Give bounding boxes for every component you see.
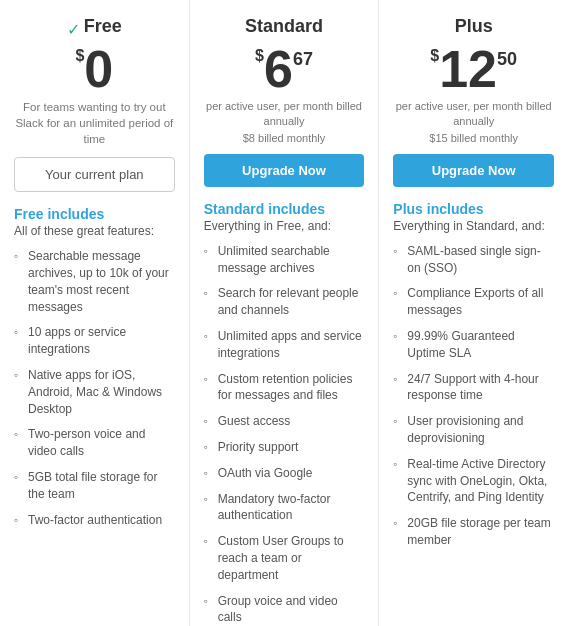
- feature-list-plus: SAML-based single sign-on (SSO)Complianc…: [393, 243, 554, 549]
- current-plan-button[interactable]: Your current plan: [14, 157, 175, 192]
- price-row: $ 0: [14, 43, 175, 95]
- price-cents: 67: [293, 49, 313, 70]
- feature-item: Two-factor authentication: [14, 512, 175, 529]
- upgrade-button-plus[interactable]: Upgrade Now: [393, 154, 554, 187]
- price-dollar: $: [430, 47, 439, 65]
- feature-item: 5GB total file storage for the team: [14, 469, 175, 503]
- price-row: $ 6 67: [204, 43, 365, 95]
- plan-desc: For teams wanting to try out Slack for a…: [14, 99, 175, 147]
- upgrade-button-standard[interactable]: Upgrade Now: [204, 154, 365, 187]
- includes-title: Free includes: [14, 206, 175, 222]
- feature-item: Native apps for iOS, Android, Mac & Wind…: [14, 367, 175, 417]
- plan-free: ✓ Free $ 0 For teams wanting to try out …: [0, 0, 190, 626]
- feature-item: Two-person voice and video calls: [14, 426, 175, 460]
- price-dollar: $: [255, 47, 264, 65]
- feature-item: Compliance Exports of all messages: [393, 285, 554, 319]
- plan-name: Plus: [393, 16, 554, 37]
- price-monthly: $8 billed monthly: [204, 132, 365, 144]
- feature-item: 24/7 Support with 4-hour response time: [393, 371, 554, 405]
- check-icon: ✓: [67, 20, 80, 39]
- feature-item: Real-time Active Directory sync with One…: [393, 456, 554, 506]
- feature-item: Priority support: [204, 439, 365, 456]
- feature-item: Search for relevant people and channels: [204, 285, 365, 319]
- feature-item: OAuth via Google: [204, 465, 365, 482]
- feature-item: Custom User Groups to reach a team or de…: [204, 533, 365, 583]
- feature-item: Unlimited apps and service integrations: [204, 328, 365, 362]
- plan-name: Free: [84, 16, 122, 37]
- feature-item: Unlimited searchable message archives: [204, 243, 365, 277]
- feature-item: User provisioning and deprovisioning: [393, 413, 554, 447]
- plan-standard: Standard $ 6 67 per active user, per mon…: [190, 0, 380, 626]
- plan-header-free: ✓ Free $ 0 For teams wanting to try out …: [14, 16, 175, 147]
- feature-item: Searchable message archives, up to 10k o…: [14, 248, 175, 315]
- includes-subtitle: All of these great features:: [14, 224, 175, 238]
- feature-item: Mandatory two-factor authentication: [204, 491, 365, 525]
- includes-title: Standard includes: [204, 201, 365, 217]
- plan-name-row-free: ✓ Free: [14, 16, 175, 43]
- plan-desc: per active user, per month billed annual…: [393, 99, 554, 130]
- feature-list-standard: Unlimited searchable message archivesSea…: [204, 243, 365, 626]
- plan-desc: per active user, per month billed annual…: [204, 99, 365, 130]
- feature-item: Group voice and video calls: [204, 593, 365, 626]
- feature-item: 99.99% Guaranteed Uptime SLA: [393, 328, 554, 362]
- feature-item: 10 apps or service integrations: [14, 324, 175, 358]
- plan-plus: Plus $ 12 50 per active user, per month …: [379, 0, 568, 626]
- plan-name: Standard: [204, 16, 365, 37]
- includes-subtitle: Everything in Free, and:: [204, 219, 365, 233]
- price-main: 6: [264, 43, 293, 95]
- feature-list-free: Searchable message archives, up to 10k o…: [14, 248, 175, 528]
- feature-item: Custom retention policies for messages a…: [204, 371, 365, 405]
- price-monthly: $15 billed monthly: [393, 132, 554, 144]
- feature-item: SAML-based single sign-on (SSO): [393, 243, 554, 277]
- price-main: 12: [439, 43, 497, 95]
- price-cents: 50: [497, 49, 517, 70]
- includes-title: Plus includes: [393, 201, 554, 217]
- includes-subtitle: Everything in Standard, and:: [393, 219, 554, 233]
- price-main: 0: [84, 43, 113, 95]
- plan-header-standard: Standard $ 6 67 per active user, per mon…: [204, 16, 365, 144]
- price-dollar: $: [75, 47, 84, 65]
- feature-item: 20GB file storage per team member: [393, 515, 554, 549]
- feature-item: Guest access: [204, 413, 365, 430]
- plan-header-plus: Plus $ 12 50 per active user, per month …: [393, 16, 554, 144]
- price-row: $ 12 50: [393, 43, 554, 95]
- pricing-table: ✓ Free $ 0 For teams wanting to try out …: [0, 0, 568, 626]
